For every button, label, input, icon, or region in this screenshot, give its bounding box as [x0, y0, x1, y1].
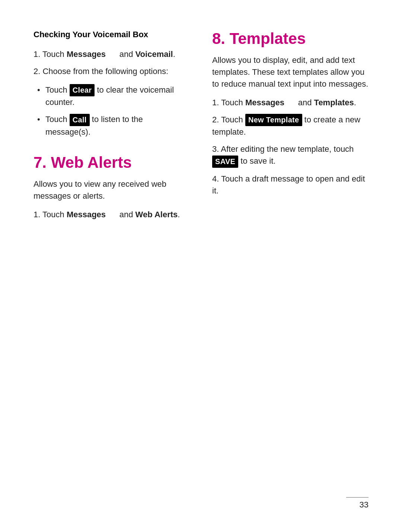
- voicemail-step-2: 2. Choose from the following options:: [34, 65, 190, 77]
- voicemail-steps: 1. Touch Messages and Voicemail. 2. Choo…: [34, 48, 190, 77]
- templates-step-4: 4. Touch a draft message to open and edi…: [212, 173, 368, 197]
- page: Checking Your Voicemail Box 1. Touch Mes…: [0, 0, 402, 532]
- templates-section: 8. Templates Allows you to display, edit…: [212, 30, 368, 197]
- save-badge: SAVE: [212, 156, 238, 168]
- templates-step-1: 1. Touch Messages and Templates.: [212, 97, 368, 109]
- voicemail-bullet-call: Touch Call to listen to the message(s).: [37, 113, 190, 138]
- left-column: Checking Your Voicemail Box 1. Touch Mes…: [34, 30, 190, 227]
- new-template-badge: New Template: [245, 114, 302, 126]
- voicemail-bullet-clear: Touch Clear to clear the voicemail count…: [37, 84, 190, 109]
- templates-description: Allows you to display, edit, and add tex…: [212, 54, 368, 90]
- templates-steps: 1. Touch Messages and Templates. 2. Touc…: [212, 97, 368, 197]
- voicemail-step-1: 1. Touch Messages and Voicemail.: [34, 48, 190, 60]
- two-column-layout: Checking Your Voicemail Box 1. Touch Mes…: [34, 30, 368, 227]
- templates-step-2: 2. Touch New Template to create a new te…: [212, 114, 368, 138]
- call-badge: Call: [70, 114, 90, 126]
- web-alerts-section: 7. Web Alerts Allows you to view any rec…: [34, 154, 190, 221]
- right-column: 8. Templates Allows you to display, edit…: [212, 30, 368, 203]
- page-number-area: 33: [346, 497, 368, 510]
- clear-badge: Clear: [70, 84, 95, 96]
- templates-step-3: 3. After editing the new template, touch…: [212, 143, 368, 168]
- voicemail-bullets: Touch Clear to clear the voicemail count…: [37, 84, 190, 138]
- web-alerts-description: Allows you to view any received web mess…: [34, 178, 190, 202]
- web-alerts-title: 7. Web Alerts: [34, 154, 190, 172]
- web-alerts-step-1: 1. Touch Messages and Web Alerts.: [34, 209, 190, 221]
- voicemail-heading: Checking Your Voicemail Box: [34, 30, 190, 39]
- web-alerts-steps: 1. Touch Messages and Web Alerts.: [34, 209, 190, 221]
- voicemail-section: Checking Your Voicemail Box 1. Touch Mes…: [34, 30, 190, 138]
- templates-title: 8. Templates: [212, 30, 368, 48]
- page-number: 33: [360, 500, 368, 510]
- page-number-line: [346, 497, 368, 498]
